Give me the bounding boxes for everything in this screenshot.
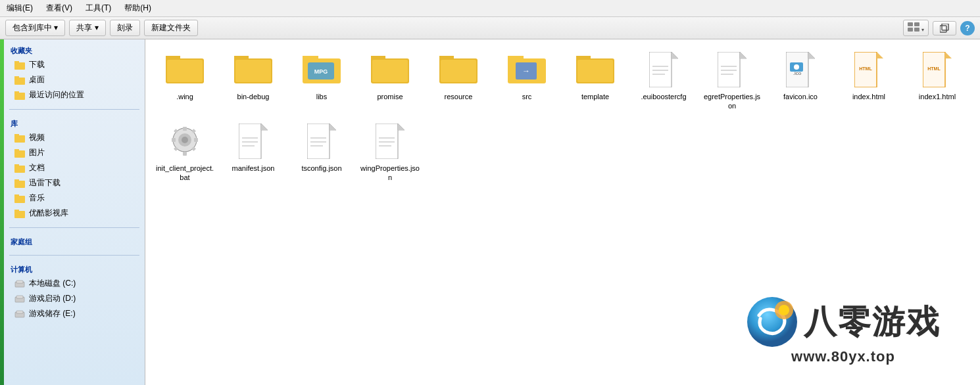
folder-icon [370,50,410,89]
svg-rect-53 [649,52,672,87]
svg-text:HTML: HTML [927,66,941,71]
file-item-faviconico[interactable]: .ico favicon.ico [768,46,833,115]
file-item-manifestjson[interactable]: manifest.json [220,118,286,187]
svg-rect-37 [303,56,318,62]
file-item-tsconfigjson[interactable]: tsconfig.json [289,118,355,187]
file-icon [712,50,752,89]
view-options-button[interactable]: ▾ [903,20,929,36]
drive-icon-c [14,279,25,289]
menu-tools[interactable]: 工具(T) [83,1,114,15]
file-item-wingproperties[interactable]: wingProperties.json [357,118,423,187]
file-item-promise[interactable]: promise [357,46,423,115]
sidebar-item-thunder[interactable]: 迅雷下载 [4,175,145,191]
file-grid: .wing bin-debug MPG libs promise resourc… [152,46,973,186]
svg-rect-11 [14,91,19,94]
svg-rect-23 [14,210,19,212]
restore-icon [940,24,949,33]
menu-bar: 编辑(E) 查看(V) 工具(T) 帮助(H) [0,0,980,17]
sidebar-label-drive-d: 游戏启动 (D:) [29,293,76,304]
sidebar-label-docs: 文档 [29,162,45,173]
file-item-resource[interactable]: resource [426,46,491,115]
file-item-bin-debug[interactable]: bin-debug [220,46,286,115]
svg-rect-29 [16,311,23,313]
file-item-index1html[interactable]: HTML index1.html [904,46,970,115]
menu-help[interactable]: 帮助(H) [122,1,154,15]
svg-rect-94 [307,124,330,159]
window-restore-button[interactable] [933,21,956,35]
file-item-euiboostercfg[interactable]: .euiboostercfg [631,46,697,115]
file-item-initclient[interactable]: init_client_project.bat [152,118,218,187]
svg-text:MPG: MPG [314,68,328,75]
svg-marker-90 [261,124,268,130]
svg-point-107 [775,301,793,319]
help-button[interactable]: ? [960,21,975,35]
file-item-label-egretproperties: egretProperties.json [702,92,762,111]
svg-rect-13 [14,134,19,137]
sidebar-item-youku[interactable]: 优酷影视库 [4,206,145,221]
sidebar-divider-1 [9,109,139,110]
watermark: 八零游戏 www.80yx.top [746,296,941,365]
sidebar-item-drive-e[interactable]: 游戏储存 (E:) [4,306,145,321]
sidebar-item-desktop[interactable]: 桌面 [4,72,145,87]
file-item-label-tsconfigjson: tsconfig.json [301,164,341,173]
svg-text:HTML: HTML [859,66,872,71]
burn-button[interactable]: 刻录 [110,20,140,36]
svg-rect-19 [14,179,19,182]
svg-point-108 [779,305,789,315]
file-item-libs[interactable]: MPG libs [289,46,355,115]
svg-marker-55 [672,52,678,58]
svg-rect-82 [172,138,176,142]
sidebar-item-drive-c[interactable]: 本地磁盘 (C:) [4,276,145,291]
svg-point-79 [182,137,188,143]
svg-marker-96 [330,124,336,130]
file-item-wing[interactable]: .wing [152,46,218,115]
folder-icon-small [14,90,25,101]
new-folder-button[interactable]: 新建文件夹 [144,20,198,36]
file-item-label-template: template [581,92,609,101]
file-item-label-wingproperties: wingProperties.json [360,164,420,183]
file-item-label-wing: .wing [176,92,193,101]
sidebar-item-recent[interactable]: 最近访问的位置 [4,87,145,102]
drive-icon-d [14,294,25,304]
sidebar-item-pictures[interactable]: 图片 [4,145,145,160]
svg-rect-7 [14,61,19,64]
file-item-template[interactable]: template [562,46,628,115]
view-arrow: ▾ [921,27,924,33]
file-item-src[interactable]: → src [494,46,560,115]
main-layout: 收藏夹 下载 桌面 最近访问的位置 库 [0,39,980,385]
view-icon [908,22,919,32]
sidebar-section-computer: 计算机 本地磁盘 (C:) 游戏启动 (D:) 游戏储存 (E:) [4,258,145,325]
sidebar-label-drive-e: 游戏储存 (E:) [29,308,76,319]
sidebar: 收藏夹 下载 桌面 最近访问的位置 库 [4,39,145,385]
file-icon [165,122,205,161]
sidebar-item-videos[interactable]: 视频 [4,130,145,145]
sidebar-item-downloads[interactable]: 下载 [4,57,145,72]
svg-rect-59 [718,52,740,87]
folder-icon-small [14,178,25,189]
svg-rect-88 [239,124,261,159]
file-icon [233,122,273,161]
svg-marker-75 [945,52,952,58]
file-item-label-libs: libs [316,92,328,101]
sidebar-label-downloads: 下载 [29,59,45,70]
sidebar-label-pictures: 图片 [29,147,45,158]
sidebar-item-drive-d[interactable]: 游戏启动 (D:) [4,291,145,306]
menu-edit[interactable]: 编辑(E) [4,1,36,15]
sidebar-divider-2 [9,227,139,228]
menu-view[interactable]: 查看(V) [43,1,75,15]
include-library-button[interactable]: 包含到库中 ▾ [5,20,65,36]
svg-rect-0 [908,22,913,26]
sidebar-item-music[interactable]: 音乐 [4,191,145,206]
file-icon: HTML [849,50,889,89]
sidebar-label-desktop: 桌面 [29,74,45,85]
svg-marker-72 [877,52,883,58]
sidebar-item-docs[interactable]: 文档 [4,160,145,175]
file-item-label-index1html: index1.html [919,92,956,101]
file-icon: .ico [781,50,820,89]
share-button[interactable]: 共享 ▾ [69,20,105,36]
file-item-egretproperties[interactable]: egretProperties.json [699,46,765,115]
file-item-label-promise: promise [377,92,403,101]
svg-rect-4 [940,26,946,32]
file-item-indexhtml[interactable]: HTML index.html [836,46,902,115]
folder-icon: → [507,50,547,89]
